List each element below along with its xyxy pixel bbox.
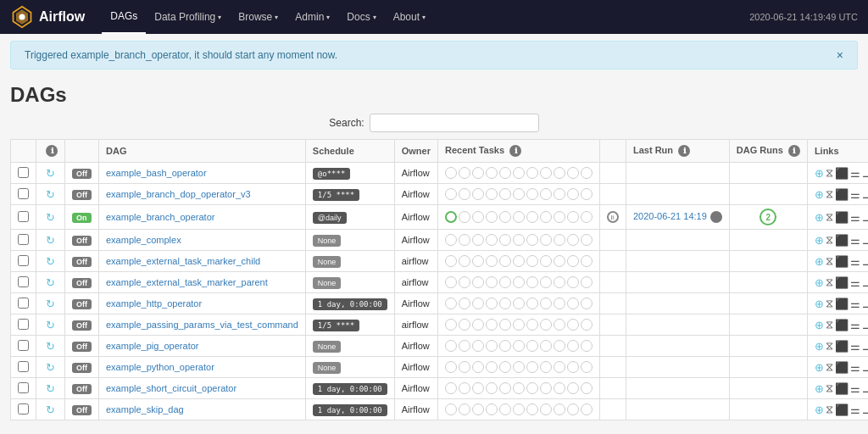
graph-view-icon[interactable]: ⚊ — [862, 276, 868, 289]
dag-runs-icon[interactable]: ⬛ — [835, 382, 849, 395]
task-circle-success[interactable] — [445, 211, 457, 223]
dag-refresh-icon[interactable]: ↻ — [46, 255, 55, 268]
dag-name-link[interactable]: example_python_operator — [106, 362, 214, 372]
tree-view-icon[interactable]: ⚌ — [850, 340, 860, 353]
tree-view-icon[interactable]: ⚌ — [850, 361, 860, 374]
trigger-dag-icon[interactable]: ⊕ — [815, 319, 824, 331]
nav-docs[interactable]: Docs ▾ — [338, 0, 384, 34]
tree-view-icon[interactable]: ⚌ — [850, 276, 860, 289]
dag-toggle[interactable]: Off — [72, 342, 92, 352]
refresh-dag-icon[interactable]: ⧖ — [826, 403, 833, 416]
dag-runs-icon[interactable]: ⬛ — [835, 211, 849, 224]
dag-name-link[interactable]: example_skip_dag — [106, 404, 184, 415]
graph-view-icon[interactable]: ⚊ — [862, 298, 868, 310]
refresh-dag-icon[interactable]: ⧖ — [826, 210, 833, 224]
dag-runs-icon[interactable]: ⬛ — [835, 234, 849, 247]
row-checkbox[interactable] — [18, 340, 29, 351]
dag-runs-icon[interactable]: ⬛ — [835, 319, 849, 331]
last-run-info-icon[interactable]: ℹ — [678, 145, 690, 157]
dag-name-link[interactable]: example_external_task_marker_parent — [106, 277, 268, 287]
row-checkbox[interactable] — [18, 167, 29, 178]
tree-view-icon[interactable]: ⚌ — [850, 234, 860, 247]
dag-toggle[interactable]: Off — [72, 169, 92, 179]
dag-refresh-icon[interactable]: ↻ — [46, 382, 55, 395]
nav-data-profiling[interactable]: Data Profiling ▾ — [146, 0, 230, 34]
tree-view-icon[interactable]: ⚌ — [850, 211, 860, 224]
row-checkbox[interactable] — [18, 298, 29, 309]
tree-view-icon[interactable]: ⚌ — [850, 167, 860, 180]
dag-toggle[interactable]: Off — [72, 190, 92, 200]
dag-name-link[interactable]: example_branch_operator — [106, 212, 214, 222]
tree-view-icon[interactable]: ⚌ — [850, 403, 860, 416]
graph-view-icon[interactable]: ⚊ — [862, 234, 868, 247]
dag-refresh-icon[interactable]: ↻ — [46, 234, 55, 247]
trigger-dag-icon[interactable]: ⊕ — [815, 234, 824, 247]
trigger-dag-icon[interactable]: ⊕ — [815, 361, 824, 374]
graph-view-icon[interactable]: ⚊ — [862, 211, 868, 224]
dag-toggle[interactable]: Off — [72, 384, 92, 394]
dag-name-link[interactable]: example_complex — [106, 235, 181, 245]
dag-refresh-icon[interactable]: ↻ — [46, 188, 55, 201]
tree-view-icon[interactable]: ⚌ — [850, 255, 860, 268]
row-checkbox[interactable] — [18, 211, 29, 222]
tree-view-icon[interactable]: ⚌ — [850, 298, 860, 310]
row-checkbox[interactable] — [18, 382, 29, 393]
graph-view-icon[interactable]: ⚊ — [862, 188, 868, 201]
row-checkbox[interactable] — [18, 234, 29, 245]
dag-runs-info-icon[interactable]: ℹ — [788, 145, 800, 157]
trigger-dag-icon[interactable]: ⊕ — [815, 211, 824, 224]
nav-browse[interactable]: Browse ▾ — [230, 0, 287, 34]
dag-refresh-icon[interactable]: ↻ — [46, 340, 55, 353]
dag-toggle[interactable]: Off — [72, 257, 92, 267]
dag-runs-icon[interactable]: ⬛ — [835, 361, 849, 374]
dag-name-link[interactable]: example_bash_operator — [106, 168, 207, 178]
refresh-dag-icon[interactable]: ⧖ — [826, 339, 833, 353]
dag-refresh-icon[interactable]: ↻ — [46, 276, 55, 289]
recent-tasks-info-icon[interactable]: ℹ — [509, 145, 521, 157]
dag-run-count[interactable]: 2 — [760, 209, 776, 225]
dag-runs-icon[interactable]: ⬛ — [835, 255, 849, 268]
dag-runs-icon[interactable]: ⬛ — [835, 167, 849, 180]
row-checkbox[interactable] — [18, 276, 29, 287]
trigger-dag-icon[interactable]: ⊕ — [815, 167, 824, 180]
last-run-info-icon[interactable]: ℹ — [710, 211, 722, 223]
trigger-dag-icon[interactable]: ⊕ — [815, 340, 824, 353]
refresh-dag-icon[interactable]: ⧖ — [826, 297, 833, 310]
dag-runs-icon[interactable]: ⬛ — [835, 188, 849, 201]
dag-refresh-icon[interactable]: ↻ — [46, 298, 55, 310]
dag-toggle[interactable]: Off — [72, 278, 92, 288]
dag-name-link[interactable]: example_pig_operator — [106, 341, 198, 351]
dag-refresh-icon[interactable]: ↻ — [46, 211, 55, 224]
refresh-dag-icon[interactable]: ⧖ — [826, 318, 833, 331]
tree-view-icon[interactable]: ⚌ — [850, 382, 860, 395]
trigger-dag-icon[interactable]: ⊕ — [815, 276, 824, 289]
refresh-dag-icon[interactable]: ⧖ — [826, 233, 833, 247]
graph-view-icon[interactable]: ⚊ — [862, 340, 868, 353]
dag-name-link[interactable]: example_http_operator — [106, 298, 202, 309]
dag-refresh-icon[interactable]: ↻ — [46, 361, 55, 374]
nav-dags[interactable]: DAGs — [102, 0, 146, 34]
last-run-link[interactable]: 2020-06-21 14:19 — [633, 211, 707, 221]
dag-toggle[interactable]: Off — [72, 405, 92, 415]
dag-refresh-icon[interactable]: ↻ — [46, 403, 55, 416]
dag-runs-icon[interactable]: ⬛ — [835, 276, 849, 289]
dag-refresh-icon[interactable]: ↻ — [46, 319, 55, 331]
graph-view-icon[interactable]: ⚊ — [862, 382, 868, 395]
refresh-dag-icon[interactable]: ⧖ — [826, 166, 833, 180]
dag-name-link[interactable]: example_external_task_marker_child — [106, 256, 260, 266]
graph-view-icon[interactable]: ⚊ — [862, 319, 868, 331]
refresh-dag-icon[interactable]: ⧖ — [826, 275, 833, 289]
search-input[interactable] — [370, 114, 539, 132]
refresh-dag-icon[interactable]: ⧖ — [826, 187, 833, 201]
graph-view-icon[interactable]: ⚊ — [862, 167, 868, 180]
info-icon[interactable]: ℹ — [46, 145, 58, 157]
trigger-dag-icon[interactable]: ⊕ — [815, 188, 824, 201]
tree-view-icon[interactable]: ⚌ — [850, 319, 860, 331]
dag-name-link[interactable]: example_branch_dop_operator_v3 — [106, 189, 251, 199]
dag-name-link[interactable]: example_short_circuit_operator — [106, 383, 236, 393]
row-checkbox[interactable] — [18, 403, 29, 415]
dag-runs-icon[interactable]: ⬛ — [835, 298, 849, 310]
trigger-dag-icon[interactable]: ⊕ — [815, 382, 824, 395]
graph-view-icon[interactable]: ⚊ — [862, 403, 868, 416]
row-checkbox[interactable] — [18, 361, 29, 372]
